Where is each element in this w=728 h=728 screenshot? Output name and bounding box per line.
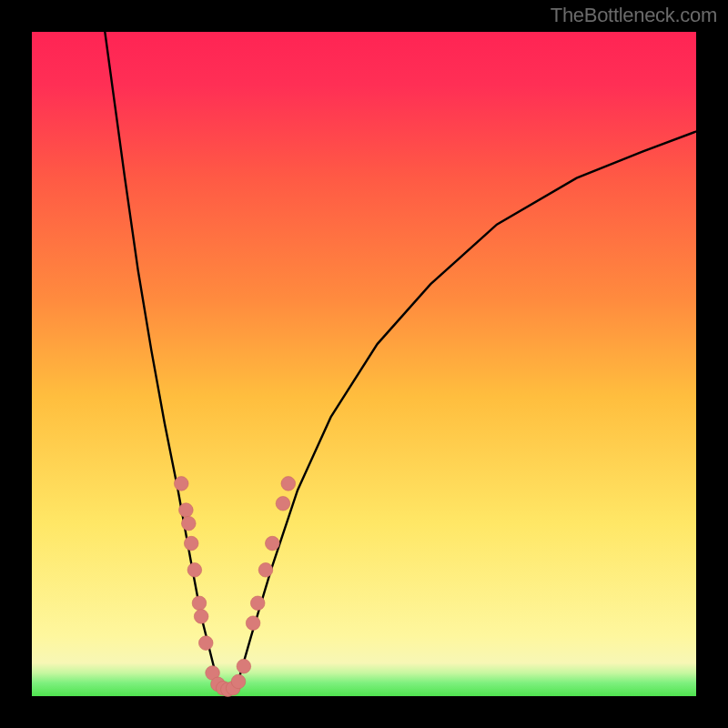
- data-marker: [281, 477, 296, 491]
- data-marker: [250, 596, 265, 611]
- plot-area: [32, 32, 696, 696]
- data-marker: [237, 659, 251, 673]
- bottleneck-curve: [105, 32, 696, 691]
- data-marker: [179, 503, 194, 518]
- data-marker: [231, 674, 246, 689]
- chart-frame: TheBottleneck.com: [0, 0, 728, 728]
- watermark-text: TheBottleneck.com: [551, 4, 717, 27]
- data-marker: [198, 636, 213, 651]
- plot-svg: [32, 32, 696, 696]
- data-marker: [258, 563, 273, 578]
- data-marker: [174, 477, 188, 491]
- data-marker: [194, 610, 208, 624]
- data-marker: [265, 536, 279, 551]
- data-marker: [246, 616, 260, 631]
- data-marker: [184, 536, 198, 551]
- data-marker: [187, 563, 202, 578]
- data-marker: [276, 497, 290, 511]
- data-marker: [181, 516, 196, 531]
- data-marker: [192, 596, 207, 611]
